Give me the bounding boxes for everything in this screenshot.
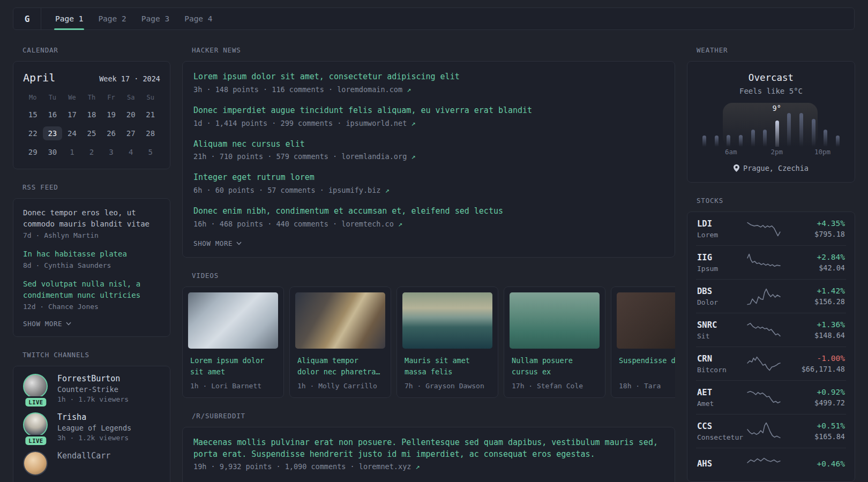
rss-show-more-button[interactable]: SHOW MORE xyxy=(23,320,160,328)
twitch-channel-row[interactable]: LIVE ForrestBurton Counter-Strike 1h · 1… xyxy=(23,374,160,403)
video-thumbnail[interactable] xyxy=(188,292,278,349)
calendar-day[interactable]: 25 xyxy=(82,126,102,140)
calendar-day[interactable]: 20 xyxy=(121,108,141,122)
calendar-day[interactable]: 19 xyxy=(101,108,121,122)
tab-page-2[interactable]: Page 2 xyxy=(98,8,126,29)
video-thumbnail[interactable] xyxy=(617,292,675,349)
twitch-channel-row[interactable]: KendallCarr xyxy=(23,451,160,476)
video-title[interactable]: Nullam posuere cursus ex xyxy=(510,355,600,378)
twitch-card: LIVE ForrestBurton Counter-Strike 1h · 1… xyxy=(13,366,170,482)
stock-row[interactable]: DBS Dolor +1.42% $156.28 xyxy=(696,279,846,313)
calendar-day[interactable]: 27 xyxy=(121,126,141,140)
calendar-day[interactable]: 17 xyxy=(62,108,82,122)
tab-page-1[interactable]: Page 1 xyxy=(55,8,83,29)
calendar-day-next-month[interactable]: 5 xyxy=(140,145,160,159)
video-thumbnail[interactable] xyxy=(295,292,385,349)
stock-row[interactable]: CCS Consectetur +0.51% $165.84 xyxy=(696,414,846,448)
external-link-icon[interactable]: ↗ xyxy=(411,119,415,127)
external-link-icon[interactable]: ↗ xyxy=(398,220,402,228)
rss-item-title[interactable]: Donec tempor eros leo, ut commodo mauris… xyxy=(23,207,160,230)
video-card[interactable]: Suspendisse diam 18h · Tara xyxy=(611,287,675,398)
video-card[interactable]: Mauris sit amet massa felis 7h · Grayson… xyxy=(396,287,498,398)
stock-identity: CCS Consectetur xyxy=(697,421,746,441)
calendar-day[interactable]: 16 xyxy=(43,108,63,122)
twitch-channel-name[interactable]: KendallCarr xyxy=(57,451,110,461)
reddit-post[interactable]: Maecenas mollis pulvinar erat non posuer… xyxy=(193,437,664,471)
weather-bar[interactable] xyxy=(787,113,791,147)
video-title[interactable]: Aliquam tempor dolor nec pharetra… xyxy=(295,355,385,378)
twitch-channel-game[interactable]: League of Legends xyxy=(57,424,131,432)
stock-row[interactable]: IIG Ipsum +2.84% $42.04 xyxy=(696,245,846,279)
external-link-icon[interactable]: ↗ xyxy=(411,152,415,161)
twitch-channel-name[interactable]: ForrestBurton xyxy=(57,374,129,383)
calendar-day[interactable]: 21 xyxy=(140,108,160,122)
calendar-day[interactable]: 24 xyxy=(62,126,82,140)
tab-page-3[interactable]: Page 3 xyxy=(141,8,169,29)
video-card[interactable]: Lorem ipsum dolor sit amet consectetu… 1… xyxy=(182,287,284,398)
hn-post[interactable]: Donec enim nibh, condimentum et accumsan… xyxy=(193,206,664,228)
rss-item[interactable]: Sed volutpat nulla nisl, a condimentum n… xyxy=(23,278,160,311)
calendar-day[interactable]: 26 xyxy=(101,126,121,140)
external-link-icon[interactable]: ↗ xyxy=(407,85,411,94)
hn-show-more-button[interactable]: SHOW MORE xyxy=(193,239,664,247)
video-thumbnail[interactable] xyxy=(510,292,600,349)
video-thumbnail[interactable] xyxy=(402,292,492,349)
hn-post-meta: 21h · 710 points · 579 comments · loreml… xyxy=(193,152,664,161)
weather-bar[interactable] xyxy=(836,135,840,147)
rss-item-title[interactable]: In hac habitasse platea xyxy=(23,248,160,260)
weather-bar[interactable] xyxy=(799,113,803,147)
weather-bar[interactable] xyxy=(824,130,827,147)
app-logo[interactable]: G xyxy=(13,8,41,29)
stock-row[interactable]: CRN Bitcorn -1.00% $66,171.48 xyxy=(696,347,846,380)
stock-price: $148.64 xyxy=(782,331,845,340)
reddit-post-title[interactable]: Maecenas mollis pulvinar erat non posuer… xyxy=(193,437,664,461)
video-card[interactable]: Aliquam tempor dolor nec pharetra… 1h · … xyxy=(289,287,391,398)
hn-post[interactable]: Integer eget rutrum lorem 6h · 60 points… xyxy=(193,172,664,194)
hn-post[interactable]: Donec imperdiet augue tincidunt felis al… xyxy=(193,105,664,127)
calendar-day[interactable]: 29 xyxy=(23,145,43,159)
video-title[interactable]: Mauris sit amet massa felis xyxy=(402,355,492,378)
calendar-day[interactable]: 18 xyxy=(82,108,102,122)
hn-post-title[interactable]: Donec enim nibh, condimentum et accumsan… xyxy=(193,206,664,217)
stock-row[interactable]: LDI Lorem +4.35% $795.18 xyxy=(696,212,846,245)
hacker-news-section-label: HACKER NEWS xyxy=(182,46,675,54)
weather-bar[interactable] xyxy=(739,135,743,147)
rss-item[interactable]: Donec tempor eros leo, ut commodo mauris… xyxy=(23,207,160,239)
weather-bar[interactable] xyxy=(715,135,719,147)
twitch-channel-row[interactable]: LIVE Trisha League of Legends 3h · 1.2k … xyxy=(23,412,160,442)
hn-post-title[interactable]: Lorem ipsum dolor sit amet, consectetur … xyxy=(193,71,664,83)
hn-post-title[interactable]: Integer eget rutrum lorem xyxy=(193,172,664,184)
video-card[interactable]: Nullam posuere cursus ex 17h · Stefan Co… xyxy=(504,287,605,398)
calendar-day-next-month[interactable]: 4 xyxy=(121,145,141,159)
external-link-icon[interactable]: ↗ xyxy=(416,462,420,471)
weather-bar-current[interactable] xyxy=(775,120,779,147)
rss-item[interactable]: In hac habitasse platea 8d · Cynthia Sau… xyxy=(23,248,160,269)
hn-post[interactable]: Lorem ipsum dolor sit amet, consectetur … xyxy=(193,71,664,94)
tab-page-4[interactable]: Page 4 xyxy=(184,8,212,29)
calendar-day-next-month[interactable]: 3 xyxy=(101,145,121,159)
stock-row[interactable]: SNRC Sit +1.36% $148.64 xyxy=(696,313,846,347)
calendar-day[interactable]: 15 xyxy=(23,108,43,122)
hn-post-title[interactable]: Aliquam nec cursus elit xyxy=(193,139,664,150)
stock-row[interactable]: AET Amet +0.92% $499.72 xyxy=(696,380,846,414)
weather-bar[interactable] xyxy=(751,130,755,147)
calendar-day[interactable]: 22 xyxy=(23,126,43,140)
calendar-day[interactable]: 28 xyxy=(140,126,160,140)
hn-post-title[interactable]: Donec imperdiet augue tincidunt felis al… xyxy=(193,105,664,117)
external-link-icon[interactable]: ↗ xyxy=(385,186,390,194)
calendar-day-next-month[interactable]: 2 xyxy=(82,145,102,159)
video-title[interactable]: Lorem ipsum dolor sit amet consectetu… xyxy=(188,355,278,378)
weather-bar[interactable] xyxy=(812,119,815,147)
twitch-channel-game[interactable]: Counter-Strike xyxy=(57,385,129,394)
calendar-day-next-month[interactable]: 1 xyxy=(62,145,82,159)
rss-item-title[interactable]: Sed volutpat nulla nisl, a condimentum n… xyxy=(23,278,160,301)
hn-post[interactable]: Aliquam nec cursus elit 21h · 710 points… xyxy=(193,139,664,161)
calendar-day[interactable]: 30 xyxy=(43,145,63,159)
calendar-day-selected[interactable]: 23 xyxy=(43,126,63,140)
video-title[interactable]: Suspendisse diam xyxy=(617,355,675,378)
weather-bar[interactable] xyxy=(702,135,706,147)
stock-row[interactable]: AHS +0.46% xyxy=(696,448,846,481)
weather-bar[interactable] xyxy=(727,135,730,147)
twitch-channel-name[interactable]: Trisha xyxy=(57,412,131,422)
weather-bar[interactable] xyxy=(763,130,767,147)
